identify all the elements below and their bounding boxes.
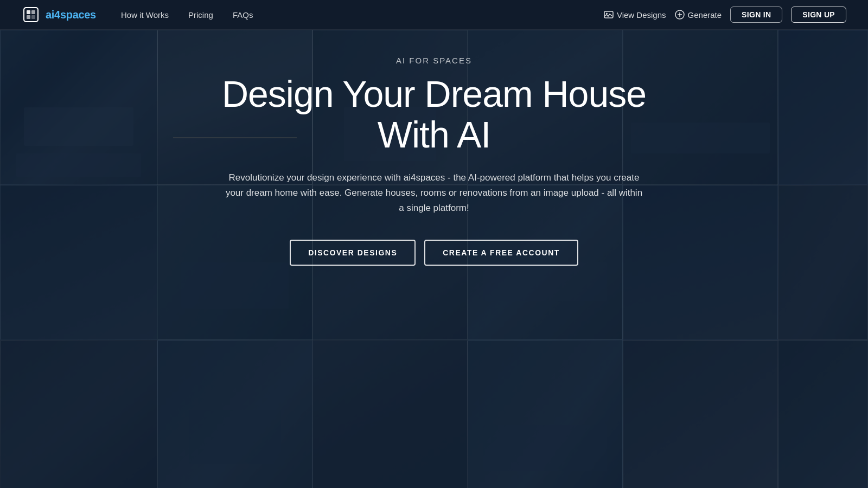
logo[interactable]: ai4spaces — [22, 5, 96, 24]
create-account-button[interactable]: CREATE A FREE ACCOUNT — [424, 240, 578, 266]
svg-rect-4 — [31, 15, 35, 19]
svg-rect-3 — [27, 15, 30, 19]
svg-rect-0 — [24, 8, 38, 22]
logo-icon — [22, 5, 40, 24]
view-designs-link[interactable]: View Designs — [604, 10, 666, 20]
svg-rect-2 — [31, 10, 35, 14]
nav-link-faqs[interactable]: FAQs — [225, 7, 261, 23]
svg-rect-1 — [27, 10, 30, 14]
nav-link-pricing[interactable]: Pricing — [181, 7, 221, 23]
logo-text: ai4spaces — [46, 9, 96, 21]
nav-right: View Designs Generate SIGN IN SIGN UP — [604, 7, 846, 23]
discover-designs-button[interactable]: DISCOVER DESIGNS — [290, 240, 416, 266]
hero-buttons: DISCOVER DESIGNS CREATE A FREE ACCOUNT — [290, 240, 578, 266]
nav-left: ai4spaces How it Works Pricing FAQs — [22, 5, 260, 24]
nav-links: How it Works Pricing FAQs — [113, 7, 260, 23]
image-icon — [604, 10, 614, 20]
generate-link[interactable]: Generate — [675, 10, 722, 20]
plus-circle-icon — [675, 10, 685, 20]
nav-link-how-it-works[interactable]: How it Works — [113, 7, 176, 23]
signin-button[interactable]: SIGN IN — [730, 7, 782, 23]
signup-button[interactable]: SIGN UP — [791, 7, 846, 23]
svg-rect-5 — [604, 11, 613, 18]
generate-label: Generate — [688, 10, 722, 20]
view-designs-label: View Designs — [617, 10, 666, 20]
svg-point-6 — [606, 13, 608, 15]
navbar: ai4spaces How it Works Pricing FAQs View… — [0, 0, 868, 30]
